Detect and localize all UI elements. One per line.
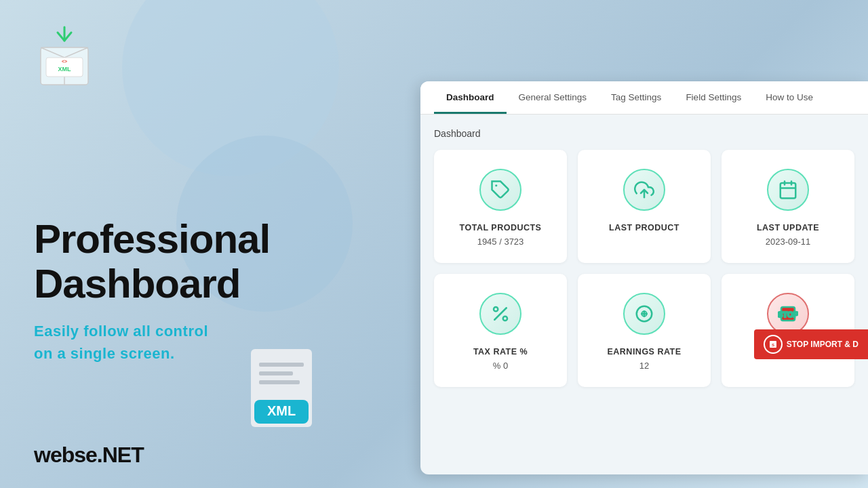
stop-icon: STOP (778, 304, 798, 324)
dashboard-panel: Dashboard General Settings Tag Settings … (420, 81, 868, 474)
calendar-icon (778, 180, 798, 200)
stop-icon-small: S (764, 335, 783, 354)
cloud-upload-icon (634, 180, 654, 200)
sub-heading: Easily follow all control on a single sc… (34, 320, 393, 365)
last-update-label: LAST UPDATE (757, 223, 819, 232)
svg-text:S: S (772, 343, 774, 347)
brand-name: webse.NET (34, 443, 144, 468)
stop-import-button[interactable]: S STOP IMPORT & D (754, 329, 868, 359)
card-last-product: LAST PRODUCT (578, 150, 711, 263)
stop-icon-circle: STOP (767, 293, 809, 335)
svg-text:STOP: STOP (778, 310, 798, 319)
tab-field-settings[interactable]: Field Settings (673, 81, 753, 114)
money-icon (634, 304, 654, 324)
tab-dashboard[interactable]: Dashboard (434, 81, 507, 114)
logo: <> XML (27, 20, 102, 95)
stop-import-label: STOP IMPORT & D (787, 340, 859, 349)
svg-rect-6 (259, 363, 304, 367)
last-product-label: LAST PRODUCT (609, 223, 679, 232)
card-tax-rate: TAX RATE % % 0 (434, 274, 567, 387)
earnings-rate-label: EARNINGS RATE (607, 347, 681, 357)
svg-rect-7 (259, 371, 293, 375)
total-products-icon-circle (479, 169, 521, 211)
tax-rate-label: TAX RATE % (473, 347, 528, 357)
svg-line-17 (494, 308, 507, 320)
xml-file-decoration: XML (244, 346, 332, 434)
tag-icon (490, 180, 511, 200)
main-text-area: Professional Dashboard Easily follow all… (27, 217, 393, 365)
svg-point-18 (494, 307, 498, 311)
percent-icon (490, 304, 511, 324)
left-panel: <> XML Professional Dashboard Easily fol… (0, 0, 420, 488)
total-products-label: TOTAL PRODUCTS (460, 223, 542, 232)
logo-area: <> XML (27, 20, 393, 95)
card-earnings-rate: EARNINGS RATE 12 (578, 274, 711, 387)
last-product-icon-circle (623, 169, 665, 211)
svg-rect-8 (259, 380, 300, 384)
cards-row-1: TOTAL PRODUCTS 1945 / 3723 LAST PRODUCT (434, 150, 854, 263)
svg-text:XML: XML (267, 403, 296, 418)
dashboard-section-title: Dashboard (434, 128, 854, 139)
earnings-rate-value: 12 (639, 361, 649, 371)
card-total-products: TOTAL PRODUCTS 1945 / 3723 (434, 150, 567, 263)
last-update-value: 2023-09-11 (766, 237, 811, 247)
svg-text:XML: XML (58, 66, 72, 73)
svg-point-19 (503, 317, 507, 321)
svg-rect-13 (781, 183, 796, 199)
tab-tag-settings[interactable]: Tag Settings (599, 81, 673, 114)
tab-how-to-use[interactable]: How to Use (753, 81, 825, 114)
tax-rate-value: % 0 (493, 361, 508, 371)
main-heading: Professional Dashboard (34, 217, 393, 306)
tax-rate-icon-circle (479, 293, 521, 335)
total-products-value: 1945 / 3723 (477, 237, 524, 247)
card-last-update: LAST UPDATE 2023-09-11 (722, 150, 854, 263)
tab-general-settings[interactable]: General Settings (507, 81, 599, 114)
last-update-icon-circle (767, 169, 809, 211)
svg-text:<>: <> (62, 59, 67, 64)
tab-bar: Dashboard General Settings Tag Settings … (420, 81, 868, 115)
earnings-rate-icon-circle (623, 293, 665, 335)
